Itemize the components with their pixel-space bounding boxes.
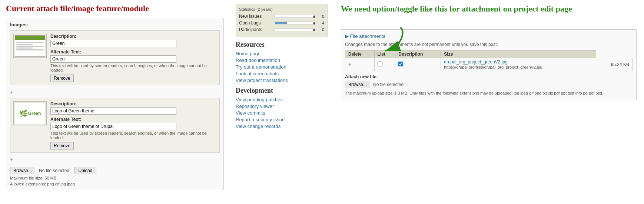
right-panel: We need option/toggle like this for atta… [333, 0, 644, 204]
alt-label-1: Alternate Text: [50, 49, 216, 55]
repo-viewer-link[interactable]: Repository viewer [236, 103, 274, 109]
link-project-translations[interactable]: View project translations [236, 78, 328, 83]
delete-cell[interactable] [374, 58, 395, 71]
demo-link[interactable]: Try out a demonstration [236, 64, 286, 70]
size-cell: 95.24 KB [596, 58, 632, 71]
left-panel: Current attach file/image feature/module… [0, 0, 230, 204]
list-checkbox[interactable] [398, 62, 403, 66]
stat-val-participants: 0 [317, 27, 324, 32]
delete-checkbox[interactable] [378, 62, 382, 66]
link-view-commits[interactable]: View commits [236, 110, 328, 116]
image-thumb-1 [13, 34, 47, 58]
col-size: Size [441, 50, 596, 58]
remove-btn-1[interactable]: Remove [50, 75, 74, 82]
link-read-docs[interactable]: Read documentation [236, 57, 328, 63]
file-link[interactable]: drupal_org_project_greenV2.jpg [444, 59, 507, 65]
file-url: https://drupal.org/files/drupal_org_proj… [444, 65, 542, 69]
thumb-content [15, 40, 45, 52]
home-page-link[interactable]: Home page [236, 51, 260, 56]
link-pending-patches[interactable]: View pending patches [236, 97, 328, 102]
read-docs-link[interactable]: Read documentation [236, 57, 280, 63]
stat-row-new-issues: New issues 0 [239, 14, 324, 19]
stat-val-new-issues: 0 [317, 14, 324, 19]
image-fields-1: Description: Alternate Text: This text w… [50, 34, 216, 82]
stat-bar-new-issues [275, 15, 315, 18]
mid-panel: Statistics (2 years) New issues 0 Open b… [230, 0, 333, 204]
alt-input-2[interactable] [50, 123, 176, 130]
image-thumb-2: 🌿 Green [13, 101, 47, 125]
stat-label-new-issues: New issues [239, 14, 272, 19]
desc-cell: drupal_org_project_greenV2.jpg https://d… [441, 58, 596, 71]
resources-heading: Resources [236, 41, 328, 49]
link-security-issue[interactable]: Report a security issue [236, 117, 328, 122]
thumb-line3 [16, 49, 44, 50]
new-file-label: Attach new file: [345, 74, 633, 79]
image-item-1: Description: Alternate Text: This text w… [10, 30, 220, 85]
thumb-line-short2 [16, 47, 33, 49]
project-translations-link[interactable]: View project translations [236, 78, 288, 83]
link-home-page[interactable]: Home page [236, 51, 328, 56]
stats-title: Statistics (2 years) [239, 7, 324, 11]
thumb-line [16, 42, 44, 43]
alt-label-2: Alternate Text: [50, 117, 216, 122]
allowed-ext-note: Allowed extensions: png gif jpg jpeg [10, 182, 220, 186]
left-title: Current attach file/image feature/module [6, 4, 224, 13]
change-records-link[interactable]: View change records [236, 124, 280, 129]
screenshots-link[interactable]: Look at screenshots [236, 71, 279, 76]
add-icon-1[interactable]: + [10, 89, 220, 96]
stat-bar-participants [275, 28, 315, 31]
green-logo: 🌿 Green [19, 109, 41, 118]
thumb-green-bar [15, 36, 45, 40]
thumb-logo: 🌿 Green [15, 103, 45, 124]
view-commits-link[interactable]: View commits [236, 110, 265, 116]
upload-note: The maximum upload size is 3 MB. Only fi… [345, 91, 633, 96]
link-screenshots[interactable]: Look at screenshots [236, 71, 328, 76]
image-item-2: 🌿 Green Description: Alternate Text: Thi… [10, 98, 220, 153]
alt-input-1[interactable] [50, 55, 176, 63]
stat-bar-fill-open-bugs [275, 22, 287, 24]
thumb-screenshot [15, 35, 45, 57]
field-note-1: This text will be used by screen readers… [50, 63, 216, 72]
dev-heading: Development [236, 87, 328, 95]
field-note-2: This text will be used by screen readers… [50, 131, 216, 140]
attach-no-file-text: No file selected. [373, 82, 405, 87]
images-box: Images: Desc [6, 18, 224, 190]
attach-browse-button[interactable]: Browse... [345, 81, 370, 88]
stat-dot-new-issues [313, 16, 315, 18]
thumb-line-short [16, 44, 33, 45]
bottom-row: Browse... No file selected. Upload [10, 167, 220, 174]
right-title: We need option/toggle like this for atta… [341, 4, 637, 14]
arrow-section: ▶ File attachments Changes made to the a… [341, 29, 637, 100]
remove-btn-2[interactable]: Remove [50, 142, 74, 149]
green-arrow-icon [371, 26, 415, 55]
upload-button[interactable]: Upload [74, 167, 96, 174]
add-cell: + [345, 58, 375, 71]
desc-input-1[interactable] [50, 40, 176, 47]
add-icon-2[interactable]: + [10, 157, 220, 163]
browse-button[interactable]: Browse... [10, 167, 35, 174]
stat-dot-participants [313, 29, 315, 31]
desc-label-2: Description: [50, 101, 216, 106]
desc-input-2[interactable] [50, 107, 176, 115]
desc-label-1: Description: [50, 34, 216, 39]
resources-links: Home page Read documentation Try out a d… [236, 51, 328, 83]
link-demo[interactable]: Try out a demonstration [236, 64, 328, 70]
link-change-records[interactable]: View change records [236, 124, 328, 129]
table-row: + drupal_org_project_greenV2.jpg https:/… [345, 58, 633, 71]
stat-label-participants: Participants [239, 27, 272, 32]
no-file-text: No file selected. [39, 168, 70, 173]
leaf-icon: 🌿 [19, 109, 27, 118]
images-label: Images: [10, 22, 220, 27]
dev-links: View pending patches Repository viewer V… [236, 97, 328, 129]
link-repo-viewer[interactable]: Repository viewer [236, 103, 328, 109]
new-file-row: Browse... No file selected. [345, 81, 633, 88]
max-size-note: Maximum file size: 50 MB [10, 176, 220, 180]
security-issue-link[interactable]: Report a security issue [236, 117, 285, 122]
stat-row-open-bugs: Open bugs 4 [239, 20, 324, 26]
list-cell[interactable] [395, 58, 441, 71]
pending-patches-link[interactable]: View pending patches [236, 97, 283, 102]
stats-box: Statistics (2 years) New issues 0 Open b… [236, 4, 328, 37]
stat-bar-open-bugs [275, 22, 315, 24]
image-fields-2: Description: Alternate Text: This text w… [50, 101, 216, 149]
col-delete: Delete [345, 50, 375, 58]
